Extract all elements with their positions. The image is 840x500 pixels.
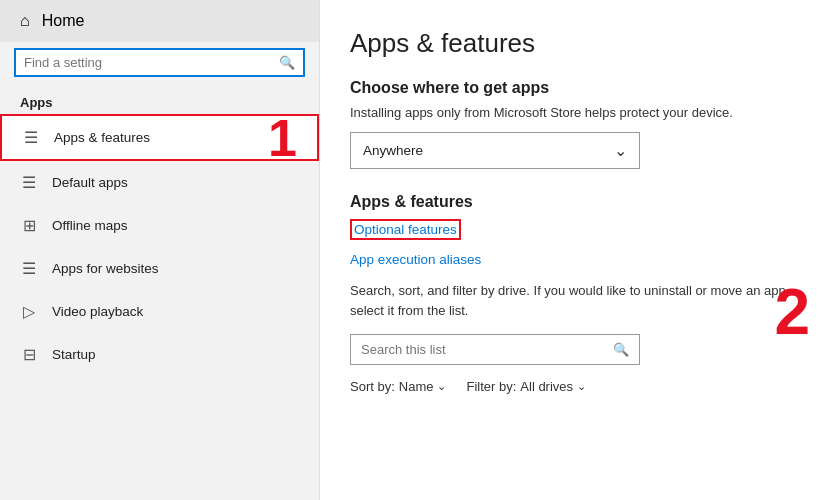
sort-value: Name	[399, 379, 434, 394]
sort-chevron-icon: ⌄	[437, 380, 446, 393]
main-content: Apps & features Choose where to get apps…	[320, 0, 840, 500]
sidebar-item-label: Offline maps	[52, 218, 128, 233]
chevron-down-icon: ⌄	[614, 141, 627, 160]
sidebar-item-label: Apps for websites	[52, 261, 159, 276]
apps-websites-icon: ☰	[20, 259, 38, 278]
optional-features-link[interactable]: Optional features	[350, 219, 461, 240]
section1-title: Choose where to get apps	[350, 79, 810, 97]
section1-subtitle: Installing apps only from Microsoft Stor…	[350, 105, 810, 120]
default-apps-icon: ☰	[20, 173, 38, 192]
filter-label: Filter by:	[466, 379, 516, 394]
offline-maps-icon: ⊞	[20, 216, 38, 235]
startup-icon: ⊟	[20, 345, 38, 364]
sidebar-item-default-apps[interactable]: ☰ Default apps	[0, 161, 319, 204]
sort-by-control[interactable]: Sort by: Name ⌄	[350, 379, 446, 394]
apps-search-input[interactable]	[361, 342, 605, 357]
sidebar-item-video-playback[interactable]: ▷ Video playback	[0, 290, 319, 333]
app-execution-aliases-link[interactable]: App execution aliases	[350, 252, 810, 267]
sidebar-search-box[interactable]: 🔍	[14, 48, 305, 77]
sidebar-item-label: Startup	[52, 347, 96, 362]
section2-title: Apps & features	[350, 193, 810, 211]
search-icon: 🔍	[613, 342, 629, 357]
sidebar-item-apps-websites[interactable]: ☰ Apps for websites	[0, 247, 319, 290]
sidebar-item-offline-maps[interactable]: ⊞ Offline maps	[0, 204, 319, 247]
apps-source-dropdown[interactable]: Anywhere ⌄	[350, 132, 640, 169]
filter-value: All drives	[520, 379, 573, 394]
home-icon: ⌂	[20, 12, 30, 30]
page-title: Apps & features	[350, 28, 810, 59]
sidebar-item-label: Video playback	[52, 304, 143, 319]
dropdown-value: Anywhere	[363, 143, 423, 158]
apps-features-icon: ☰	[22, 128, 40, 147]
sidebar-item-startup[interactable]: ⊟ Startup	[0, 333, 319, 376]
section2-description: Search, sort, and filter by drive. If yo…	[350, 281, 810, 320]
search-icon: 🔍	[279, 55, 295, 70]
apps-search-bar[interactable]: 🔍	[350, 334, 640, 365]
sidebar-item-label: Apps & features	[54, 130, 150, 145]
sidebar-home-button[interactable]: ⌂ Home	[0, 0, 319, 42]
sidebar-section-label: Apps	[0, 87, 319, 114]
sidebar-item-apps-features[interactable]: ☰ Apps & features 1	[0, 114, 319, 161]
sort-label: Sort by:	[350, 379, 395, 394]
sidebar-item-label: Default apps	[52, 175, 128, 190]
home-label: Home	[42, 12, 85, 30]
sort-filter-row: Sort by: Name ⌄ Filter by: All drives ⌄	[350, 379, 810, 394]
annotation-number-1: 1	[268, 112, 297, 164]
search-input[interactable]	[24, 55, 273, 70]
sidebar: ⌂ Home 🔍 Apps ☰ Apps & features 1 ☰ Defa…	[0, 0, 320, 500]
video-playback-icon: ▷	[20, 302, 38, 321]
filter-by-control[interactable]: Filter by: All drives ⌄	[466, 379, 586, 394]
filter-chevron-icon: ⌄	[577, 380, 586, 393]
